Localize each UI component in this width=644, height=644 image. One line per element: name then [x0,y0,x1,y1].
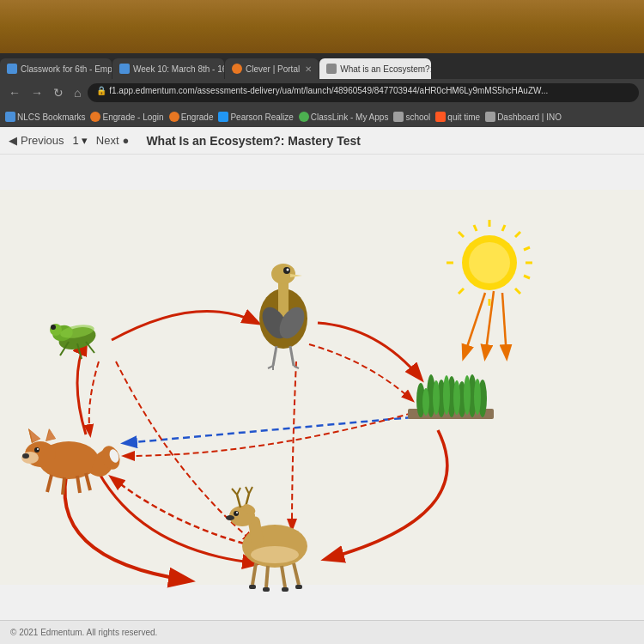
svg-point-81 [226,515,234,520]
forward-button[interactable]: → [27,84,46,101]
svg-point-30 [453,380,460,415]
bookmarks-bar: NLCS Bookmarks Engrade - Login Engrade P… [0,106,644,127]
tab-week10[interactable]: Week 10: March 8th - 16th ✕ [112,58,224,79]
svg-rect-88 [249,585,256,589]
tab-ecosystem[interactable]: What is an Ecosystem?: M... ✕ [319,58,431,79]
svg-line-85 [266,566,268,587]
tab-close-clever[interactable]: ✕ [305,64,312,74]
svg-point-45 [287,269,289,271]
previous-button[interactable]: ◀ Previous [9,134,64,147]
bookmark-icon-pearson [218,112,228,122]
svg-point-62 [37,448,39,450]
bookmark-dashboard[interactable]: Dashboard | INO [485,112,562,122]
page-number: 1 ▾ [73,134,88,147]
ecosystem-diagram [0,155,644,620]
next-icon: ● [123,134,130,147]
bookmark-engrade-login[interactable]: Engrade - Login [90,112,163,122]
bookmark-icon-classlink [299,112,309,122]
svg-point-79 [234,511,239,516]
dropdown-icon[interactable]: ▾ [82,134,88,147]
back-button[interactable]: ← [5,84,24,101]
bookmark-icon-school [393,112,404,122]
svg-point-28 [433,380,440,415]
svg-point-6 [469,242,510,283]
home-button[interactable]: ⌂ [70,84,84,101]
bookmark-icon-dashboard [485,112,495,122]
svg-rect-89 [263,587,270,592]
bookmark-icon-nlcs [5,112,15,122]
bookmark-icon-engrade-login [90,112,100,122]
bookmark-icon-engrade [169,112,179,122]
tab-icon-ecosystem [326,64,337,74]
svg-point-31 [464,375,471,415]
reload-button[interactable]: ↻ [50,84,67,101]
tab-classwork[interactable]: Classwork for 6th - Empire ✕ [0,58,112,79]
tab-bar: Classwork for 6th - Empire ✕ Week 10: Ma… [0,53,644,79]
svg-line-67 [63,477,64,495]
diagram-svg [0,155,644,620]
tab-icon-clever [232,64,242,74]
copyright-text: © 2021 Edmentum. All rights reserved. [10,628,157,637]
tab-icon-classwork [7,64,17,74]
page-title: What Is an Ecosystem?: Mastery Test [146,134,360,148]
next-button[interactable]: Next ● [96,134,130,147]
address-input[interactable]: 🔒 f1.app.edmentum.com/assessments-delive… [88,83,639,102]
lock-icon: 🔒 [96,86,109,95]
prev-icon: ◀ [9,134,17,147]
wood-top-bar [0,0,644,53]
bookmark-school[interactable]: school [393,112,430,122]
svg-point-63 [22,453,29,459]
footer: © 2021 Edmentum. All rights reserved. [0,620,644,644]
svg-point-43 [271,264,295,284]
browser-chrome: Classwork for 6th - Empire ✕ Week 10: Ma… [0,53,644,644]
svg-point-61 [34,447,39,453]
svg-rect-0 [0,190,644,585]
tab-icon-week10 [119,64,130,74]
bookmark-quit-time[interactable]: quit time [435,112,480,122]
bookmark-engrade[interactable]: Engrade [169,112,214,122]
svg-point-36 [51,325,56,330]
bookmark-classlink[interactable]: ClassLink - My Apps [299,112,389,122]
bookmark-icon-quit-time [435,112,446,122]
svg-rect-91 [295,585,302,589]
bookmark-nlcs[interactable]: NLCS Bookmarks [5,112,85,122]
svg-point-32 [474,379,481,415]
svg-point-27 [422,388,429,416]
svg-point-83 [251,546,299,563]
address-bar: ← → ↻ ⌂ 🔒 f1.app.edmentum.com/assessment… [0,79,644,106]
page-header: ◀ Previous 1 ▾ Next ● What Is an Ecosyst… [0,127,644,155]
svg-point-29 [443,375,450,415]
svg-point-80 [236,512,238,513]
svg-rect-90 [282,587,289,592]
bookmark-pearson[interactable]: Pearson Realize [218,112,293,122]
content-area [0,155,644,620]
tab-clever[interactable]: Clever | Portal ✕ [225,58,319,79]
